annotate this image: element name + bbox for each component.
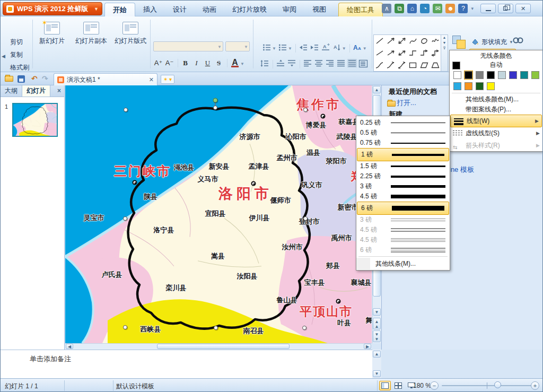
notes-pane[interactable]: 单击添加备注 <box>1 350 381 378</box>
clipboard-复制[interactable]: 复制 <box>10 50 23 59</box>
menu-item-patterned-lines[interactable]: 带图案线条(P)... <box>450 104 542 115</box>
app-menu-button[interactable]: WPS 演示 2012 抢鲜版 ▼ <box>3 2 102 15</box>
clipboard-剪切[interactable]: 剪切 <box>10 38 23 47</box>
arrow-connector-icon[interactable] <box>385 47 396 59</box>
menu-item-line-style[interactable]: 线型(W) ▶ <box>450 115 542 127</box>
menu-item-dash-style[interactable]: 虚线线型(S) ▶ <box>450 127 542 140</box>
color-swatch[interactable] <box>475 71 484 80</box>
restore-button[interactable] <box>498 4 513 13</box>
increase-indent-button[interactable] <box>309 43 320 54</box>
color-swatch[interactable] <box>486 82 495 91</box>
menu-item-more-lines[interactable]: 其他线条(M)... <box>356 258 450 269</box>
document-tab[interactable]: 演示文稿1 * ✕ <box>54 73 157 85</box>
text-direction-button[interactable]: A <box>320 43 331 54</box>
space-before-button[interactable] <box>275 59 286 69</box>
line-icon[interactable] <box>374 35 385 47</box>
decrease-indent-button[interactable] <box>298 43 309 54</box>
selection-handle[interactable] <box>124 108 128 112</box>
trapezoid-icon[interactable] <box>430 59 441 71</box>
save-icon[interactable] <box>17 74 25 83</box>
button-新幻灯片[interactable]: ✶新幻灯片 <box>36 21 68 46</box>
bullets-button[interactable]: ▼ <box>261 43 277 54</box>
tab-插入[interactable]: 插入 <box>135 3 165 16</box>
selection-handle[interactable] <box>123 325 127 329</box>
help-icon[interactable]: ? <box>458 4 468 13</box>
design-template-label[interactable]: 默认设计模板 <box>116 382 154 391</box>
tab-绘图工具[interactable]: 绘图工具 <box>338 3 383 16</box>
selection-handle[interactable] <box>123 216 127 221</box>
new-tab-button[interactable]: ✶ ▾ <box>161 75 174 84</box>
curved-connector-icon[interactable] <box>374 59 385 71</box>
selection-handle[interactable] <box>303 216 308 221</box>
selection-handle[interactable] <box>302 326 306 330</box>
line-spacing-button[interactable] <box>259 59 270 69</box>
font-A⁺-button[interactable]: A⁺ <box>153 58 163 68</box>
selection-handle[interactable] <box>303 108 308 112</box>
line-weight-3磅[interactable]: 3 磅 <box>356 181 450 191</box>
tab-幻灯片放映[interactable]: 幻灯片放映 <box>224 3 275 16</box>
next-slide-button[interactable]: ▼▼ <box>373 330 381 342</box>
undo-icon[interactable]: ↶ <box>31 74 38 83</box>
tab-开始[interactable]: 开始 <box>104 3 135 16</box>
scroll-down-icon[interactable]: ▼ <box>373 308 381 316</box>
tab-动画[interactable]: 动画 <box>195 3 224 16</box>
notes-scroll-up-icon[interactable]: ▲ <box>373 351 381 358</box>
vertical-text-button[interactable]: A▼ <box>331 43 347 54</box>
font-color-button[interactable]: A <box>230 58 240 68</box>
shape-fill-button[interactable]: 形状填充 ▼ <box>469 36 515 48</box>
switch-window-icon[interactable]: ⧉ <box>395 4 404 13</box>
align-right-button[interactable] <box>325 59 335 69</box>
font-I-button[interactable]: I <box>191 58 202 68</box>
rectangle-icon[interactable] <box>407 59 418 71</box>
elbow-double-arrow-connector-icon[interactable] <box>430 47 441 59</box>
tab-审阅[interactable]: 审阅 <box>275 3 304 16</box>
color-swatch[interactable] <box>497 71 506 80</box>
account-icon[interactable]: ☻ <box>445 4 455 13</box>
line-weight-1磅[interactable]: 1 磅 <box>357 148 449 161</box>
font-A⁻-button[interactable]: A⁻ <box>164 58 174 68</box>
menu-item-more-line-colors[interactable]: 其他线条颜色(M)... <box>450 94 542 104</box>
collapse-ribbon-icon[interactable]: ∧ <box>382 4 391 13</box>
button-幻灯片副本[interactable]: 幻灯片副本 <box>75 21 108 46</box>
rotate-handle[interactable] <box>213 98 218 103</box>
color-swatch[interactable] <box>475 82 484 91</box>
notes-scroll-down-icon[interactable]: ▼ <box>373 370 381 377</box>
mail-icon[interactable]: ✉ <box>433 4 442 13</box>
minimize-button[interactable] <box>480 4 496 13</box>
font-size-combo[interactable]: ▼ <box>225 41 250 51</box>
scroll-up-icon[interactable]: ▲ <box>373 86 381 93</box>
justify-button[interactable] <box>336 59 346 69</box>
button-幻灯片版式[interactable]: 幻灯片版式 <box>114 21 147 46</box>
font-B-button[interactable]: B <box>180 58 190 68</box>
elbow-connector-icon[interactable] <box>407 47 418 59</box>
font-S-button[interactable]: S <box>214 58 224 68</box>
more-icon[interactable]: ▾ <box>471 6 474 11</box>
zoom-slider-track[interactable] <box>442 385 535 386</box>
line-weight-0.25磅[interactable]: 0.25 磅 <box>356 118 450 128</box>
template-link-partial[interactable]: ine 模板 <box>449 165 474 175</box>
tab-设计[interactable]: 设计 <box>165 3 195 16</box>
elbow-arrow-connector-icon[interactable] <box>418 47 430 59</box>
distribute-button[interactable] <box>347 59 357 69</box>
line-weight-1.5磅[interactable]: 1.5 磅 <box>356 161 450 171</box>
line-weight-0.75磅[interactable]: 0.75 磅 <box>356 138 450 148</box>
color-swatch[interactable] <box>453 82 462 91</box>
curve-icon[interactable] <box>407 35 418 47</box>
space-after-button[interactable] <box>286 59 297 69</box>
menu-item-automatic[interactable]: 自动 <box>450 60 542 69</box>
color-swatch[interactable] <box>509 71 518 80</box>
scroll-left-icon[interactable]: ◀ <box>66 344 73 349</box>
numbering-button[interactable]: ▼ <box>277 43 293 54</box>
menu-item-no-line-color[interactable]: 无线条颜色 <box>450 51 542 60</box>
freeform-icon[interactable] <box>418 35 430 47</box>
clipboard-格式刷[interactable]: 格式刷 <box>10 63 29 72</box>
open-icon[interactable] <box>5 74 13 82</box>
color-swatch[interactable] <box>464 71 473 80</box>
align-left-button[interactable] <box>302 59 313 69</box>
color-swatch[interactable] <box>531 71 540 80</box>
slide-thumbnail[interactable] <box>12 103 58 137</box>
line-weight-2.25磅[interactable]: 2.25 磅 <box>356 171 450 181</box>
find-icon[interactable] <box>513 37 523 47</box>
double-arrow-connector-icon[interactable] <box>396 47 407 59</box>
zoom-in-button[interactable]: + <box>531 381 539 390</box>
